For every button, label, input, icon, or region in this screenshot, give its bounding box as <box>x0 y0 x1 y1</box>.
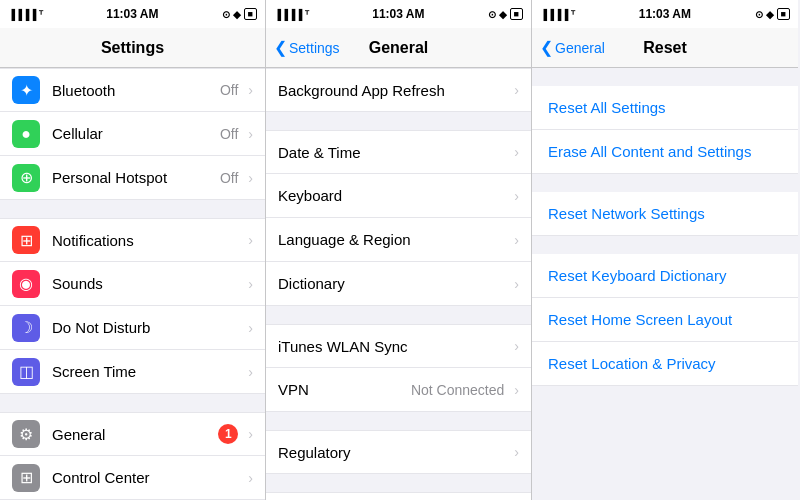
list-item[interactable]: Regulatory› <box>266 430 531 474</box>
chevron-right-icon: › <box>514 144 519 160</box>
panel-reset: ▐▐▐▐ ᵀ11:03 AM⊙◆■❮GeneralResetReset All … <box>532 0 798 500</box>
chevron-right-icon: › <box>514 444 519 460</box>
reset-link-item[interactable]: Reset Network Settings <box>532 192 798 236</box>
chevron-left-icon: ❮ <box>274 38 287 57</box>
item-label: Cellular <box>52 125 220 142</box>
section-group: iTunes WLAN Sync›VPNNot Connected› <box>266 324 531 412</box>
list-item[interactable]: ☽Do Not Disturb› <box>0 306 265 350</box>
section-group: Reset› <box>266 492 531 500</box>
reset-link-label: Erase All Content and Settings <box>548 143 751 160</box>
reset-link-item[interactable]: Reset Home Screen Layout <box>532 298 798 342</box>
back-button[interactable]: ❮General <box>540 38 605 57</box>
item-label: Bluetooth <box>52 82 220 99</box>
battery-icons: ⊙◆■ <box>222 8 257 20</box>
section-group: Background App Refresh› <box>266 68 531 112</box>
list-item[interactable]: Language & Region› <box>266 218 531 262</box>
signal-icons: ▐▐▐▐ ᵀ <box>540 9 575 20</box>
item-label: Personal Hotspot <box>52 169 220 186</box>
chevron-right-icon: › <box>514 82 519 98</box>
status-bar: ▐▐▐▐ ᵀ11:03 AM⊙◆■ <box>532 0 798 28</box>
chevron-right-icon: › <box>248 126 253 142</box>
list-item[interactable]: ⚙General1› <box>0 412 265 456</box>
section-group: ⊞Notifications›◉Sounds›☽Do Not Disturb›◫… <box>0 218 265 394</box>
list-item[interactable]: Dictionary› <box>266 262 531 306</box>
panel-settings: ▐▐▐▐ ᵀ11:03 AM⊙◆■Settings✦BluetoothOff›●… <box>0 0 266 500</box>
section-group: Date & Time›Keyboard›Language & Region›D… <box>266 130 531 306</box>
section-separator <box>266 306 531 324</box>
back-label: Settings <box>289 40 340 56</box>
chevron-right-icon: › <box>248 364 253 380</box>
reset-link-item[interactable]: Reset All Settings <box>532 86 798 130</box>
reset-link-label: Reset All Settings <box>548 99 666 116</box>
section-list: Background App Refresh›Date & Time›Keybo… <box>266 68 531 500</box>
chevron-right-icon: › <box>248 232 253 248</box>
list-item[interactable]: ●CellularOff› <box>0 112 265 156</box>
item-label: iTunes WLAN Sync <box>278 338 510 355</box>
status-time: 11:03 AM <box>106 7 158 21</box>
reset-link-label: Reset Location & Privacy <box>548 355 716 372</box>
list-item[interactable]: ✦BluetoothOff› <box>0 68 265 112</box>
chevron-right-icon: › <box>248 320 253 336</box>
item-label: Screen Time <box>52 363 244 380</box>
section-separator <box>266 412 531 430</box>
chevron-right-icon: › <box>248 170 253 186</box>
list-item[interactable]: ⊞Control Center› <box>0 456 265 500</box>
list-item[interactable]: Date & Time› <box>266 130 531 174</box>
list-item[interactable]: Reset› <box>266 492 531 500</box>
item-label: Language & Region <box>278 231 510 248</box>
nav-bar: ❮GeneralReset <box>532 28 798 68</box>
signal-icons: ▐▐▐▐ ᵀ <box>8 9 43 20</box>
item-label: Notifications <box>52 232 244 249</box>
back-button[interactable]: ❮Settings <box>274 38 340 57</box>
cellular-icon: ● <box>12 120 40 148</box>
battery-icons: ⊙◆■ <box>488 8 523 20</box>
chevron-right-icon: › <box>248 470 253 486</box>
chevron-left-icon: ❮ <box>540 38 553 57</box>
chevron-right-icon: › <box>514 382 519 398</box>
controlcenter-icon: ⊞ <box>12 464 40 492</box>
section-separator <box>532 174 798 192</box>
nav-bar: Settings <box>0 28 265 68</box>
reset-link-item[interactable]: Reset Keyboard Dictionary <box>532 254 798 298</box>
item-label: Regulatory <box>278 444 510 461</box>
section-separator <box>0 200 265 218</box>
screentime-icon: ◫ <box>12 358 40 386</box>
status-time: 11:03 AM <box>639 7 691 21</box>
list-item[interactable]: ◉Sounds› <box>0 262 265 306</box>
reset-link-item[interactable]: Erase All Content and Settings <box>532 130 798 174</box>
sounds-icon: ◉ <box>12 270 40 298</box>
item-label: Date & Time <box>278 144 510 161</box>
panel-general: ▐▐▐▐ ᵀ11:03 AM⊙◆■❮SettingsGeneralBackgro… <box>266 0 532 500</box>
item-value: Off <box>220 82 238 98</box>
list-item[interactable]: ⊕Personal HotspotOff› <box>0 156 265 200</box>
back-label: General <box>555 40 605 56</box>
nav-bar: ❮SettingsGeneral <box>266 28 531 68</box>
list-item[interactable]: VPNNot Connected› <box>266 368 531 412</box>
general-icon: ⚙ <box>12 420 40 448</box>
nav-title: General <box>369 39 429 57</box>
reset-link-item[interactable]: Reset Location & Privacy <box>532 342 798 386</box>
chevron-right-icon: › <box>248 426 253 442</box>
item-label: Control Center <box>52 469 244 486</box>
section-list: ✦BluetoothOff›●CellularOff›⊕Personal Hot… <box>0 68 265 500</box>
list-item[interactable]: iTunes WLAN Sync› <box>266 324 531 368</box>
section-group: ⚙General1›⊞Control Center›AADisplay & Br… <box>0 412 265 500</box>
status-time: 11:03 AM <box>372 7 424 21</box>
reset-link-label: Reset Network Settings <box>548 205 705 222</box>
chevron-right-icon: › <box>248 276 253 292</box>
notification-badge: 1 <box>218 424 238 444</box>
item-label: Background App Refresh <box>278 82 510 99</box>
reset-link-label: Reset Home Screen Layout <box>548 311 732 328</box>
chevron-right-icon: › <box>248 82 253 98</box>
bluetooth-icon: ✦ <box>12 76 40 104</box>
list-item[interactable]: Keyboard› <box>266 174 531 218</box>
list-item[interactable]: ◫Screen Time› <box>0 350 265 394</box>
chevron-right-icon: › <box>514 232 519 248</box>
list-item[interactable]: Background App Refresh› <box>266 68 531 112</box>
section-group: ✦BluetoothOff›●CellularOff›⊕Personal Hot… <box>0 68 265 200</box>
section-group: Regulatory› <box>266 430 531 474</box>
item-label: Dictionary <box>278 275 510 292</box>
list-item[interactable]: ⊞Notifications› <box>0 218 265 262</box>
donotdisturb-icon: ☽ <box>12 314 40 342</box>
reset-section-list: Reset All SettingsErase All Content and … <box>532 68 798 500</box>
